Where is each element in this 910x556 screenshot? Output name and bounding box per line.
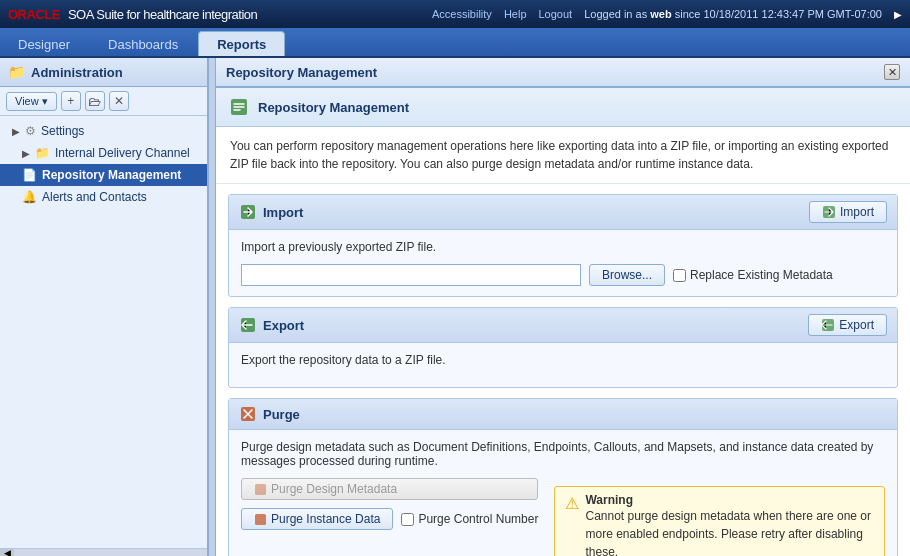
warning-icon: ⚠ xyxy=(565,494,579,513)
add-button[interactable]: + xyxy=(61,91,81,111)
purge-section-header: Purge xyxy=(229,399,897,430)
repo-management-header: Repository Management xyxy=(216,88,910,127)
purge-section: Purge Purge design metadata such as Docu… xyxy=(228,398,898,556)
import-icon xyxy=(239,203,257,221)
oracle-logo: ORACLESOA Suite for healthcare integrati… xyxy=(8,7,257,22)
import-title: Import xyxy=(263,205,303,220)
import-title-row: Import xyxy=(239,203,303,221)
repo-header-icon xyxy=(228,96,250,118)
delete-button[interactable]: ✕ xyxy=(109,91,129,111)
export-title: Export xyxy=(263,318,304,333)
repo-management-label: Repository Management xyxy=(42,168,181,182)
main-layout: 📁 Administration View ▾ + 🗁 ✕ ▶ ⚙ Settin… xyxy=(0,58,910,556)
import-btn-icon xyxy=(822,205,836,219)
svg-rect-6 xyxy=(255,484,266,495)
svg-rect-7 xyxy=(255,514,266,525)
export-body: Export the repository data to a ZIP file… xyxy=(229,343,897,387)
sidebar-item-settings[interactable]: ▶ ⚙ Settings xyxy=(0,120,207,142)
help-link[interactable]: Help xyxy=(504,8,527,20)
arrow-icon-delivery: ▶ xyxy=(22,148,30,159)
export-description: Export the repository data to a ZIP file… xyxy=(241,353,885,367)
import-file-input[interactable] xyxy=(241,264,581,286)
purge-design-icon xyxy=(254,483,267,496)
tab-designer[interactable]: Designer xyxy=(0,32,88,56)
import-description: Import a previously exported ZIP file. xyxy=(241,240,885,254)
purge-control-checkbox[interactable] xyxy=(401,513,414,526)
purge-control-label: Purge Control Number xyxy=(401,512,538,526)
export-button[interactable]: Export xyxy=(808,314,887,336)
logged-in-user: web xyxy=(650,8,671,20)
scroll-right-icon: ▶ xyxy=(894,9,902,20)
purge-title: Purge xyxy=(263,407,300,422)
view-button[interactable]: View ▾ xyxy=(6,92,57,111)
sidebar-item-repository-management[interactable]: 📄 Repository Management xyxy=(0,164,207,186)
right-panel: Repository Management ✕ Repository Manag… xyxy=(216,58,910,556)
settings-label: Settings xyxy=(41,124,84,138)
warning-title: Warning xyxy=(585,493,874,507)
import-body: Import a previously exported ZIP file. B… xyxy=(229,230,897,296)
repo-management-description: You can perform repository management op… xyxy=(216,127,910,184)
replace-metadata-checkbox[interactable] xyxy=(673,269,686,282)
logout-link[interactable]: Logout xyxy=(539,8,573,20)
tab-reports[interactable]: Reports xyxy=(198,31,285,56)
warning-content: Warning Cannot purge design metadata whe… xyxy=(585,493,874,556)
close-button[interactable]: ✕ xyxy=(884,64,900,80)
warning-text: Cannot purge design metadata when there … xyxy=(585,507,874,556)
folder-button[interactable]: 🗁 xyxy=(85,91,105,111)
folder-icon-delivery: 📁 xyxy=(35,146,50,160)
delivery-channel-label: Internal Delivery Channel xyxy=(55,146,190,160)
admin-header: 📁 Administration xyxy=(0,58,207,87)
repo-icon: 📄 xyxy=(22,168,37,182)
import-button[interactable]: Import xyxy=(809,201,887,223)
admin-folder-icon: 📁 xyxy=(8,64,25,80)
purge-description: Purge design metadata such as Document D… xyxy=(241,440,885,468)
browse-button[interactable]: Browse... xyxy=(589,264,665,286)
export-section-header: Export Export xyxy=(229,308,897,343)
tab-dashboards[interactable]: Dashboards xyxy=(90,32,196,56)
purge-instance-icon xyxy=(254,513,267,526)
topbar: ORACLESOA Suite for healthcare integrati… xyxy=(0,0,910,28)
purge-row: Purge Design Metadata Purge Instance Dat… xyxy=(241,478,885,556)
scroll-arrow-left[interactable]: ◀ xyxy=(0,549,14,556)
sidebar-toolbar: View ▾ + 🗁 ✕ xyxy=(0,87,207,116)
purge-buttons-area: Purge Design Metadata Purge Instance Dat… xyxy=(241,478,538,530)
export-icon xyxy=(239,316,257,334)
purge-icon xyxy=(239,405,257,423)
content-area: Repository Management You can perform re… xyxy=(216,88,910,556)
purge-instance-button[interactable]: Purge Instance Data xyxy=(241,508,393,530)
admin-title: Administration xyxy=(31,65,123,80)
sidebar-tree: ▶ ⚙ Settings ▶ 📁 Internal Delivery Chann… xyxy=(0,116,207,548)
panel-splitter[interactable] xyxy=(208,58,216,556)
purge-design-button[interactable]: Purge Design Metadata xyxy=(241,478,538,500)
purge-body: Purge design metadata such as Document D… xyxy=(229,430,897,556)
sidebar-item-delivery-channel[interactable]: ▶ 📁 Internal Delivery Channel xyxy=(0,142,207,164)
purge-title-row: Purge xyxy=(239,405,300,423)
horizontal-scrollbar[interactable]: ◀ xyxy=(0,548,207,556)
import-section-header: Import Import xyxy=(229,195,897,230)
panel-header: Repository Management ✕ xyxy=(216,58,910,88)
topbar-left: ORACLESOA Suite for healthcare integrati… xyxy=(8,7,257,22)
panel-title: Repository Management xyxy=(226,65,377,80)
tabbar: Designer Dashboards Reports xyxy=(0,28,910,58)
warning-box: ⚠ Warning Cannot purge design metadata w… xyxy=(554,486,885,556)
sidebar-item-alerts-contacts[interactable]: 🔔 Alerts and Contacts xyxy=(0,186,207,208)
import-section: Import Import Import a previously export… xyxy=(228,194,898,297)
replace-metadata-label: Replace Existing Metadata xyxy=(673,268,833,282)
left-panel: 📁 Administration View ▾ + 🗁 ✕ ▶ ⚙ Settin… xyxy=(0,58,208,556)
product-title: SOA Suite for healthcare integration xyxy=(68,7,257,22)
import-row: Browse... Replace Existing Metadata xyxy=(241,264,885,286)
repo-management-title: Repository Management xyxy=(258,100,409,115)
logged-in-info: Logged in as web since 10/18/2011 12:43:… xyxy=(584,8,882,20)
settings-icon: ⚙ xyxy=(25,124,36,138)
export-btn-icon xyxy=(821,318,835,332)
arrow-icon: ▶ xyxy=(12,126,20,137)
topbar-right: Accessibility Help Logout Logged in as w… xyxy=(432,8,902,20)
warning-area: ⚠ Warning Cannot purge design metadata w… xyxy=(554,478,885,556)
alerts-icon: 🔔 xyxy=(22,190,37,204)
purge-instance-row: Purge Instance Data Purge Control Number xyxy=(241,508,538,530)
alerts-contacts-label: Alerts and Contacts xyxy=(42,190,147,204)
export-title-row: Export xyxy=(239,316,304,334)
accessibility-link[interactable]: Accessibility xyxy=(432,8,492,20)
export-section: Export Export Export the repository data… xyxy=(228,307,898,388)
